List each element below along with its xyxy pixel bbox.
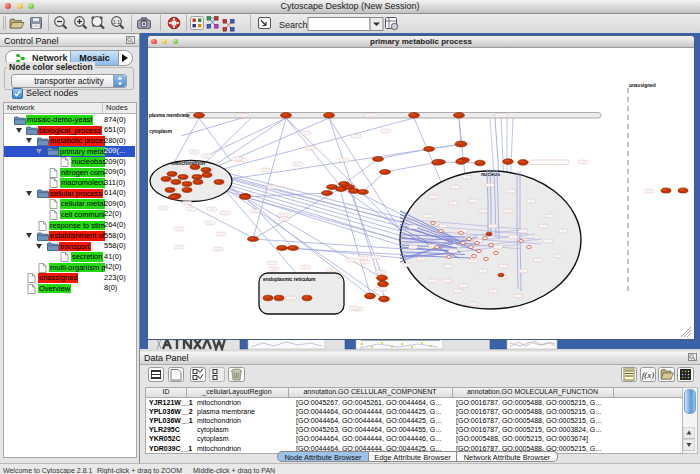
- svg-text:1:1: 1:1: [113, 19, 120, 25]
- svg-text:Search:: Search:: [279, 20, 310, 30]
- svg-text:endoplasmic reticulum: endoplasmic reticulum: [263, 276, 316, 282]
- svg-text:plasma membrane: plasma membrane: [149, 113, 190, 118]
- svg-text:f(x): f(x): [642, 370, 655, 380]
- svg-text:mitochondrion: mitochondrion: [171, 160, 205, 166]
- svg-text:unassigned: unassigned: [629, 83, 656, 88]
- svg-text:cytoplasm: cytoplasm: [149, 129, 172, 134]
